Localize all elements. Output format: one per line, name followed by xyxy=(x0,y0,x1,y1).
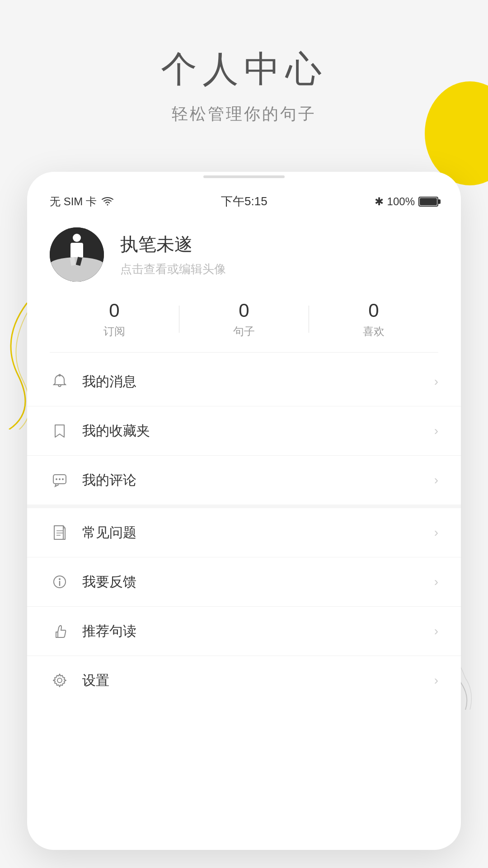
battery-icon xyxy=(418,197,438,207)
profile-hint: 点击查看或编辑头像 xyxy=(120,261,438,277)
menu-comments-label: 我的评论 xyxy=(82,471,434,490)
menu-settings-label: 设置 xyxy=(82,671,434,690)
stat-sentences-label: 句子 xyxy=(179,324,309,339)
menu-faq-arrow: › xyxy=(434,525,438,540)
menu-item-faq[interactable]: 常见问题 › xyxy=(27,508,461,557)
page-header: 个人中心 轻松管理你的句子 xyxy=(0,45,488,125)
avatar-image xyxy=(50,227,104,282)
svg-point-3 xyxy=(59,478,61,480)
menu-bookmarks-label: 我的收藏夹 xyxy=(82,422,434,440)
menu-item-recommend[interactable]: 推荐句读 › xyxy=(27,607,461,656)
chat-icon xyxy=(50,470,70,490)
page-subtitle: 轻松管理你的句子 xyxy=(0,103,488,125)
gear-icon xyxy=(50,670,70,690)
menu-item-messages[interactable]: 我的消息 › xyxy=(27,357,461,406)
stat-sentences[interactable]: 0 句子 xyxy=(179,300,309,339)
svg-point-2 xyxy=(56,478,57,480)
menu-recommend-arrow: › xyxy=(434,624,438,638)
phone-mockup: 无 SIM 卡 下午5:15 ✱ 100% xyxy=(27,172,461,850)
thumbup-icon xyxy=(50,621,70,641)
menu-item-bookmarks[interactable]: 我的收藏夹 › xyxy=(27,406,461,456)
menu-messages-arrow: › xyxy=(434,374,438,389)
profile-section[interactable]: 执笔未遂 点击查看或编辑头像 xyxy=(27,214,461,291)
page-title: 个人中心 xyxy=(0,45,488,94)
status-time: 下午5:15 xyxy=(221,193,267,209)
info-circle-icon xyxy=(50,572,70,592)
svg-point-12 xyxy=(57,678,62,683)
stats-row: 0 订阅 0 句子 0 喜欢 xyxy=(50,291,438,353)
stat-subscribe-label: 订阅 xyxy=(50,324,179,339)
menu-settings-arrow: › xyxy=(434,673,438,688)
menu-comments-arrow: › xyxy=(434,473,438,487)
notch-bar xyxy=(203,175,285,178)
bluetooth-icon: ✱ xyxy=(375,195,384,208)
profile-name: 执笔未遂 xyxy=(120,232,438,257)
svg-rect-5 xyxy=(54,526,63,539)
phone-notch xyxy=(27,172,461,180)
menu-feedback-arrow: › xyxy=(434,575,438,589)
svg-point-10 xyxy=(59,578,61,580)
menu-messages-label: 我的消息 xyxy=(82,373,434,391)
wifi-icon xyxy=(101,197,114,207)
svg-point-4 xyxy=(62,478,64,480)
menu-bookmarks-arrow: › xyxy=(434,424,438,438)
menu-feedback-label: 我要反馈 xyxy=(82,573,434,591)
menu-section: 我的消息 › 我的收藏夹 › xyxy=(27,357,461,705)
menu-group-2: 常见问题 › 我要反馈 › xyxy=(27,508,461,705)
stat-likes-label: 喜欢 xyxy=(309,324,438,339)
menu-group-1: 我的消息 › 我的收藏夹 › xyxy=(27,357,461,508)
bookmark-icon xyxy=(50,421,70,441)
stat-subscribe-number: 0 xyxy=(50,300,179,321)
status-right: ✱ 100% xyxy=(375,195,438,208)
bell-icon xyxy=(50,372,70,392)
stat-likes[interactable]: 0 喜欢 xyxy=(309,300,438,339)
menu-item-comments[interactable]: 我的评论 › xyxy=(27,456,461,505)
avatar[interactable] xyxy=(50,227,104,282)
battery-percent: 100% xyxy=(387,195,415,208)
stat-subscribe[interactable]: 0 订阅 xyxy=(50,300,179,339)
sim-status: 无 SIM 卡 xyxy=(50,194,97,209)
menu-item-settings[interactable]: 设置 › xyxy=(27,656,461,705)
stat-sentences-number: 0 xyxy=(179,300,309,321)
status-left: 无 SIM 卡 xyxy=(50,194,114,209)
menu-faq-label: 常见问题 xyxy=(82,524,434,542)
menu-item-feedback[interactable]: 我要反馈 › xyxy=(27,557,461,607)
menu-recommend-label: 推荐句读 xyxy=(82,622,434,641)
document-icon xyxy=(50,523,70,542)
status-bar: 无 SIM 卡 下午5:15 ✱ 100% xyxy=(27,180,461,214)
profile-info: 执笔未遂 点击查看或编辑头像 xyxy=(120,232,438,277)
stat-likes-number: 0 xyxy=(309,300,438,321)
